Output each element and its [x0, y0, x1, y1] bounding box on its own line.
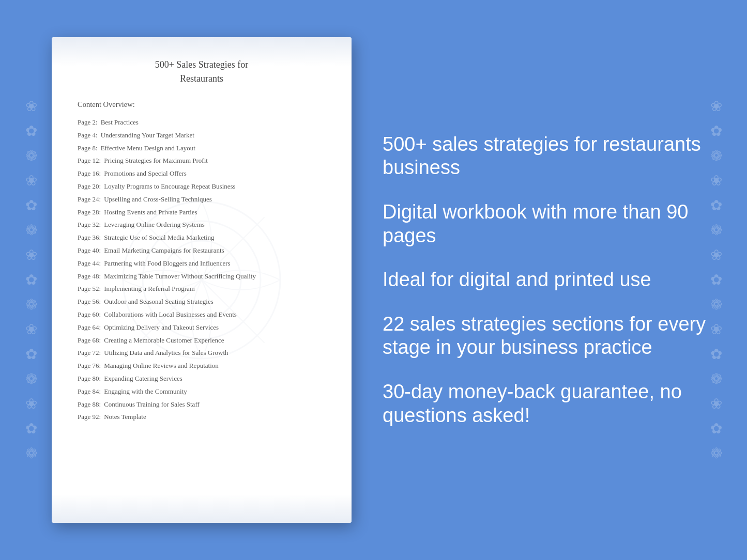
floral-icon: ❁: [25, 298, 37, 312]
toc-title: Utilizing Data and Analytics for Sales G…: [104, 349, 228, 356]
floral-icon: ✿: [25, 198, 37, 213]
toc-page-number: Page 80:: [78, 374, 101, 384]
toc-item: Page 44:Partnering with Food Bloggers an…: [78, 258, 326, 269]
toc-item: Page 88:Continuous Training for Sales St…: [78, 399, 326, 410]
floral-icon: ❁: [25, 446, 37, 461]
toc-page-number: Page 36:: [78, 232, 101, 243]
toc-heading: Content Overview:: [78, 100, 326, 109]
toc-item: Page 52:Implementing a Referral Program: [78, 284, 326, 294]
toc-page-number: Page 48:: [78, 271, 101, 282]
toc-title: Continuous Training for Sales Staff: [104, 400, 200, 408]
document-title: 500+ Sales Strategies for Restaurants: [78, 58, 326, 86]
floral-icon: ✿: [25, 347, 37, 362]
toc-page-number: Page 24:: [78, 194, 101, 205]
floral-icon: ✿: [25, 422, 37, 436]
toc-item: Page 76:Managing Online Reviews and Repu…: [78, 361, 326, 371]
toc-title: Optimizing Delivery and Takeout Services: [104, 323, 219, 331]
toc-item: Page 4:Understanding Your Target Market: [78, 130, 326, 141]
floral-icon: ❀: [710, 99, 722, 114]
toc-page-number: Page 76:: [78, 361, 101, 371]
toc-title: Email Marketing Campaigns for Restaurant…: [104, 246, 224, 254]
toc-title: Expanding Catering Services: [104, 375, 182, 382]
toc-item: Page 28:Hosting Events and Private Parti…: [78, 207, 326, 218]
toc-item: Page 32:Leveraging Online Ordering Syste…: [78, 220, 326, 230]
feature-text-3: Ideal for digital and printed use: [383, 268, 716, 292]
toc-item: Page 12:Pricing Strategies for Maximum P…: [78, 155, 326, 166]
toc-page-number: Page 40:: [78, 245, 101, 256]
toc-title: Strategic Use of Social Media Marketing: [104, 234, 214, 241]
toc-item: Page 40:Email Marketing Campaigns for Re…: [78, 245, 326, 256]
toc-item: Page 60:Collaborations with Local Busine…: [78, 309, 326, 320]
toc-title: Understanding Your Target Market: [101, 131, 194, 139]
toc-item: Page 84:Engaging with the Community: [78, 386, 326, 397]
toc-title: Best Practices: [101, 118, 139, 126]
floral-icon: ✿: [25, 124, 37, 138]
toc-title: Creating a Memorable Customer Experience: [104, 336, 224, 344]
toc-item: Page 92:Notes Template: [78, 412, 326, 423]
toc-title: Implementing a Referral Program: [104, 285, 195, 292]
toc-page-number: Page 56:: [78, 297, 101, 307]
floral-icon: ❁: [25, 372, 37, 386]
feature-text-1: 500+ sales strategies for restaurants bu…: [383, 133, 716, 180]
toc-page-number: Page 60:: [78, 309, 101, 320]
floral-icon: ❀: [25, 248, 37, 262]
toc-title: Leveraging Online Ordering Systems: [104, 221, 205, 228]
toc-page-number: Page 68:: [78, 335, 101, 346]
feature-text-5: 30-day money-back guarantee, no question…: [383, 380, 716, 427]
toc-page-number: Page 44:: [78, 258, 101, 269]
toc-item: Page 48:Maximizing Table Turnover Withou…: [78, 271, 326, 282]
document-preview: 500+ Sales Strategies for Restaurants Co…: [52, 37, 352, 523]
toc-title: Engaging with the Community: [104, 387, 187, 395]
toc-title: Outdoor and Seasonal Seating Strategies: [104, 298, 214, 305]
toc-item: Page 16:Promotions and Special Offers: [78, 168, 326, 179]
toc-title: Upselling and Cross-Selling Techniques: [104, 195, 212, 203]
toc-page-number: Page 72:: [78, 348, 101, 359]
toc-page-number: Page 16:: [78, 168, 101, 179]
toc-page-number: Page 8:: [78, 143, 98, 154]
floral-icon: ❁: [25, 149, 37, 163]
toc-page-number: Page 92:: [78, 412, 101, 423]
toc-item: Page 72:Utilizing Data and Analytics for…: [78, 348, 326, 359]
toc-item: Page 24:Upselling and Cross-Selling Tech…: [78, 194, 326, 205]
toc-title: Hosting Events and Private Parties: [104, 208, 197, 216]
toc-page-number: Page 52:: [78, 284, 101, 294]
toc-item: Page 68:Creating a Memorable Customer Ex…: [78, 335, 326, 346]
toc-page-number: Page 20:: [78, 181, 101, 192]
floral-icon: ✿: [25, 273, 37, 287]
toc-title: Notes Template: [104, 413, 146, 421]
toc-page-number: Page 84:: [78, 386, 101, 397]
document-content: 500+ Sales Strategies for Restaurants Co…: [78, 58, 326, 502]
table-of-contents: Page 2:Best PracticesPage 4:Understandin…: [78, 117, 326, 423]
floral-icon: ❀: [25, 174, 37, 188]
toc-page-number: Page 88:: [78, 399, 101, 410]
toc-page-number: Page 2:: [78, 117, 98, 128]
toc-item: Page 20:Loyalty Programs to Encourage Re…: [78, 181, 326, 192]
toc-page-number: Page 28:: [78, 207, 101, 218]
toc-title: Managing Online Reviews and Reputation: [104, 362, 219, 369]
toc-page-number: Page 12:: [78, 155, 101, 166]
toc-title: Loyalty Programs to Encourage Repeat Bus…: [104, 182, 236, 190]
floral-icon: ❁: [710, 446, 722, 461]
toc-title: Collaborations with Local Businesses and…: [104, 310, 237, 318]
toc-title: Partnering with Food Bloggers and Influe…: [104, 259, 230, 267]
toc-page-number: Page 4:: [78, 130, 98, 141]
toc-title: Maximizing Table Turnover Without Sacrif…: [104, 272, 256, 280]
toc-page-number: Page 64:: [78, 322, 101, 333]
feature-text-2: Digital workbook with more than 90 pages: [383, 200, 716, 247]
floral-icon: ❀: [25, 322, 37, 337]
toc-title: Effective Menu Design and Layout: [101, 144, 195, 152]
floral-icon: ❀: [25, 99, 37, 114]
right-panel: 500+ sales strategies for restaurants bu…: [383, 133, 747, 427]
toc-title: Promotions and Special Offers: [104, 169, 187, 177]
toc-item: Page 36:Strategic Use of Social Media Ma…: [78, 232, 326, 243]
toc-title: Pricing Strategies for Maximum Profit: [104, 157, 208, 164]
toc-item: Page 2:Best Practices: [78, 117, 326, 128]
feature-text-4: 22 sales strategies sections for every s…: [383, 313, 716, 360]
toc-item: Page 8:Effective Menu Design and Layout: [78, 143, 326, 154]
toc-item: Page 80:Expanding Catering Services: [78, 374, 326, 384]
floral-icon: ❀: [25, 397, 37, 411]
toc-item: Page 56:Outdoor and Seasonal Seating Str…: [78, 297, 326, 307]
toc-page-number: Page 32:: [78, 220, 101, 230]
floral-icon: ❁: [25, 223, 37, 238]
toc-item: Page 64:Optimizing Delivery and Takeout …: [78, 322, 326, 333]
